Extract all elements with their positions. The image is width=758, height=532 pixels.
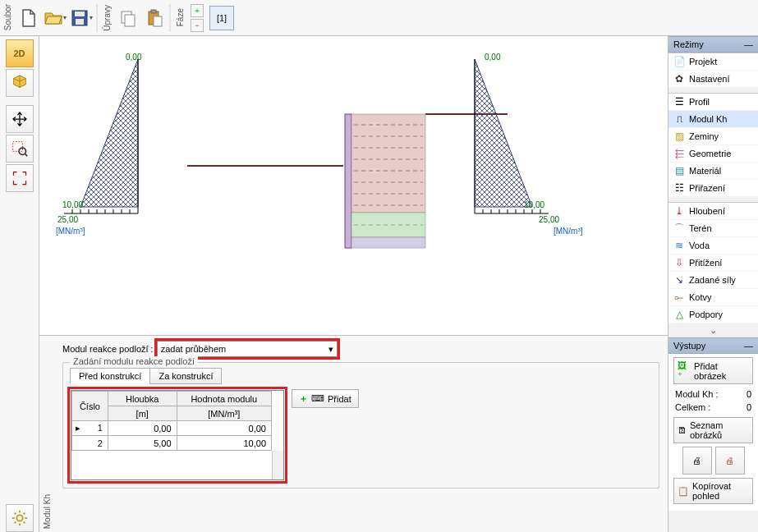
collapse-icon: —: [744, 39, 753, 49]
assign-icon: ☷: [673, 182, 685, 194]
rezimy-header[interactable]: Režimy—: [668, 36, 758, 53]
print-color-button[interactable]: 🖨: [715, 447, 745, 475]
right-axis-end-label: 25,00: [539, 215, 559, 224]
mode-item-profil[interactable]: ☰Profil: [668, 94, 758, 111]
add-image-button[interactable]: 🖼⁺ Přidat obrázek: [673, 357, 753, 384]
list-images-button[interactable]: 🖺 Seznam obrázků: [673, 417, 753, 443]
left-toolstrip: 2D: [0, 36, 39, 532]
support-icon: △: [673, 309, 685, 320]
terrain-icon: ⌒: [673, 222, 685, 234]
mode-item-podpory[interactable]: △Podpory: [668, 306, 758, 323]
mode-item-hloubení[interactable]: ⤓Hloubení: [668, 203, 758, 220]
mode-item-přiřazení[interactable]: ☷Přiřazení: [668, 180, 758, 197]
mode-item-kotvy[interactable]: ⟜Kotvy: [668, 289, 758, 306]
right-unit-label: [MN/m³]: [554, 227, 583, 236]
mat-icon: ▤: [673, 165, 685, 177]
water-icon: ≋: [673, 240, 685, 251]
list-icon: 🖺: [678, 425, 687, 435]
view-2d-button[interactable]: 2D: [6, 39, 34, 67]
svg-rect-1: [75, 11, 85, 16]
zoom-region-button[interactable]: [6, 135, 34, 163]
output-modul-label: Modul Kh :: [675, 389, 719, 399]
right-depth-label: 10,00: [524, 200, 544, 209]
add-row-button[interactable]: ＋ ⌨ Přidat: [292, 389, 359, 408]
load-icon: ⇩: [673, 257, 685, 268]
chevron-down-icon: ▾: [328, 344, 333, 355]
mode-item-voda[interactable]: ≋Voda: [668, 237, 758, 255]
phase-1-tab[interactable]: [1]: [209, 6, 234, 30]
mode-item-geometrie[interactable]: ⬱Geometrie: [668, 145, 758, 163]
copy-button[interactable]: [116, 4, 140, 32]
paste-button[interactable]: [142, 4, 167, 32]
th-value: Hodnota modulu: [177, 392, 271, 406]
mode-item-label: Geometrie: [689, 149, 731, 158]
add-image-icon: 🖼⁺: [678, 360, 691, 381]
mode-item-label: Profil: [689, 97, 710, 107]
pan-button[interactable]: [6, 105, 34, 133]
mode-item-zeminy[interactable]: ▨Zeminy: [668, 128, 758, 145]
save-file-button[interactable]: ▾: [69, 4, 94, 32]
new-file-button[interactable]: [16, 4, 41, 32]
mode-item-label: Materiál: [689, 166, 721, 176]
tab-after-construction[interactable]: Za konstrukcí: [149, 368, 222, 384]
svg-rect-8: [12, 142, 22, 152]
file-icon: 📄: [673, 56, 685, 67]
mode-item-label: Podpory: [689, 310, 723, 319]
zeminy-icon: ▨: [673, 131, 685, 142]
fieldset-legend: Zadání modulu reakce podloží: [70, 356, 198, 366]
mode-item-nastavení[interactable]: ✿Nastavení: [668, 71, 758, 88]
svg-marker-37: [475, 59, 532, 207]
top-toolbar: Soubor ▾ ▾ Úpravy Fáze ＋ － [1]: [0, 0, 758, 36]
right-top-label: 0,00: [485, 53, 500, 62]
module-input-fieldset: Zadání modulu reakce podloží Před konstr…: [62, 362, 659, 488]
module-reaction-combo[interactable]: zadat průběhem▾: [157, 341, 338, 357]
left-axis-end-label: 25,00: [57, 215, 78, 224]
svg-rect-36: [351, 237, 425, 248]
svg-marker-11: [80, 59, 138, 207]
mode-item-label: Přitížení: [689, 258, 722, 268]
zoom-extents-button[interactable]: [6, 164, 34, 192]
faze-group-label: Fáze: [174, 7, 186, 28]
mode-item-label: Hloubení: [689, 206, 725, 216]
mode-item-label: Zadané síly: [689, 275, 736, 285]
print-button[interactable]: 🖨: [682, 447, 712, 475]
copy-view-button[interactable]: 📋 Kopírovat pohled: [673, 478, 753, 504]
drawing-canvas[interactable]: 0,00 10,00 25,00 [MN/m³]: [39, 36, 668, 335]
collapse-icon: —: [744, 341, 753, 351]
table-scrollbar[interactable]: [272, 451, 283, 479]
th-depth-unit: [m]: [108, 406, 177, 421]
left-depth-label: 10,00: [62, 200, 83, 209]
svg-rect-25: [351, 114, 425, 213]
anchor-icon: ⟜: [673, 291, 685, 303]
output-celkem-label: Celkem :: [675, 402, 710, 412]
bottom-input-panel: Modul Kh Modul reakce podloží : zadat pr…: [39, 335, 668, 532]
mode-item-label: Zeminy: [689, 131, 719, 141]
geom-icon: ⬱: [673, 148, 685, 159]
mode-item-projekt[interactable]: 📄Projekt: [668, 53, 758, 71]
module-reaction-label: Modul reakce podloží :: [62, 344, 154, 354]
mode-item-zadané-síly[interactable]: ↘Zadané síly: [668, 272, 758, 289]
mode-item-label: Terén: [689, 223, 712, 233]
th-depth: Hloubka: [108, 392, 177, 406]
expand-down-button[interactable]: ⌄: [668, 323, 758, 337]
vystupy-header[interactable]: Výstupy—: [668, 337, 758, 354]
add-phase-button[interactable]: ＋: [191, 4, 204, 17]
view-3d-button[interactable]: [6, 69, 34, 97]
tab-before-construction[interactable]: Před konstrukcí: [70, 368, 150, 384]
th-value-unit: [MN/m³]: [177, 406, 271, 421]
settings-gear-button[interactable]: [6, 504, 34, 532]
mode-item-modul-kh[interactable]: ⎍Modul Kh: [668, 111, 758, 128]
table-row[interactable]: 2 5,00 10,00: [72, 436, 272, 451]
copy-icon: 📋: [678, 486, 689, 497]
force-icon: ↘: [673, 274, 685, 286]
plus-icon: ＋: [299, 392, 308, 405]
open-file-button[interactable]: ▾: [43, 4, 67, 32]
mode-item-label: Projekt: [689, 57, 717, 66]
remove-phase-button[interactable]: －: [191, 19, 204, 32]
mode-item-terén[interactable]: ⌒Terén: [668, 220, 758, 237]
table-row[interactable]: ▸1 0,00 0,00: [72, 421, 272, 436]
right-pane: Režimy— 📄Projekt✿Nastavení ☰Profil⎍Modul…: [668, 36, 758, 532]
mode-item-label: Voda: [689, 241, 710, 250]
mode-item-materiál[interactable]: ▤Materiál: [668, 163, 758, 180]
mode-item-přitížení[interactable]: ⇩Přitížení: [668, 255, 758, 272]
